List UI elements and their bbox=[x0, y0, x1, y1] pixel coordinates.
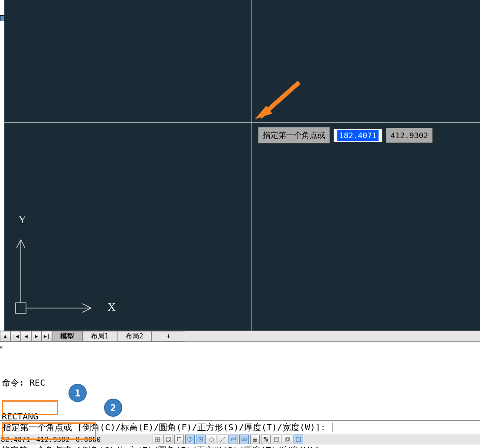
svg-line-5 bbox=[21, 240, 25, 248]
svg-line-8 bbox=[82, 308, 91, 312]
tab-prev-button[interactable]: ◀ bbox=[21, 331, 31, 341]
tab-scroll-up-button[interactable]: ▲ bbox=[0, 331, 10, 341]
layout-tabs-bar: ▲ |◀ ◀ ▶ ▶| 模型 布局1 布局2 + bbox=[0, 331, 480, 342]
tab-last-button[interactable]: ▶| bbox=[42, 331, 52, 341]
history-line: RECTANG bbox=[2, 411, 479, 422]
tab-model[interactable]: 模型 bbox=[52, 331, 82, 341]
canvas-left-gutter bbox=[0, 0, 4, 331]
tab-next-button[interactable]: ▶ bbox=[31, 331, 42, 341]
dynamic-y-value: 412.9302 bbox=[391, 131, 428, 140]
svg-marker-1 bbox=[255, 106, 272, 119]
svg-rect-2 bbox=[16, 303, 26, 313]
dynamic-input-group: 指定第一个角点或 182.4071 412.9302 bbox=[258, 127, 433, 143]
drawing-canvas[interactable]: 指定第一个角点或 182.4071 412.9302 X Y bbox=[0, 0, 480, 331]
tab-first-button[interactable]: |◀ bbox=[10, 331, 21, 341]
tab-add-button[interactable]: + bbox=[151, 331, 185, 341]
dynamic-y-input[interactable]: 412.9302 bbox=[386, 128, 433, 143]
tab-layout2[interactable]: 布局2 bbox=[117, 331, 152, 341]
history-line: 指定第一个角点或 [倒角(C)/标高(E)/圆角(F)/正方形(S)/厚度(T)… bbox=[2, 445, 479, 448]
close-icon[interactable]: ✕ bbox=[0, 344, 5, 350]
dynamic-prompt: 指定第一个角点或 bbox=[258, 127, 330, 143]
svg-line-0 bbox=[260, 82, 299, 117]
ucs-y-label: Y bbox=[18, 213, 26, 226]
history-line: 命令: REC bbox=[2, 377, 479, 388]
gutter-marker bbox=[0, 15, 4, 21]
dynamic-x-value: 182.4071 bbox=[337, 130, 379, 141]
command-history[interactable]: ✕ 命令: REC RECTANG 指定第一个角点或 [倒角(C)/标高(E)/… bbox=[0, 343, 480, 420]
ucs-icon: X Y bbox=[13, 209, 117, 322]
tab-layout1[interactable]: 布局1 bbox=[82, 331, 117, 341]
annotation-arrow-icon bbox=[251, 78, 308, 126]
crosshair-vertical bbox=[251, 0, 252, 331]
ucs-x-label: X bbox=[108, 301, 116, 313]
crosshair-horizontal bbox=[4, 122, 480, 123]
svg-line-4 bbox=[16, 240, 21, 248]
dynamic-x-input[interactable]: 182.4071 bbox=[333, 129, 382, 142]
svg-line-7 bbox=[82, 304, 91, 308]
